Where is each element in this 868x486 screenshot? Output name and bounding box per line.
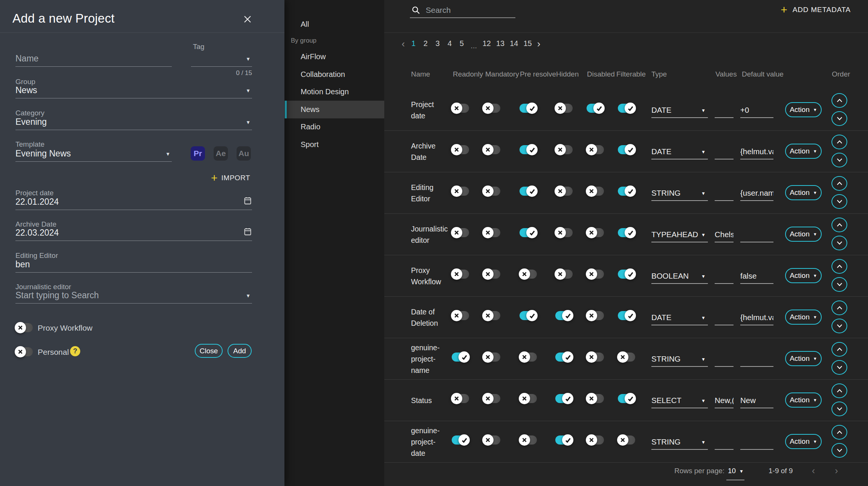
import-button[interactable]: + IMPORT <box>211 173 250 183</box>
sidebar-item-all[interactable]: All <box>284 15 384 33</box>
page-button-1[interactable]: 1 <box>410 39 417 48</box>
readonly-toggle[interactable] <box>452 187 469 196</box>
filterable-toggle[interactable] <box>618 145 635 154</box>
hidden-toggle[interactable] <box>555 353 573 362</box>
pre-resolve-toggle[interactable] <box>520 435 537 445</box>
page-button-15[interactable]: 15 <box>523 39 532 48</box>
values-input[interactable] <box>715 352 734 367</box>
filterable-toggle[interactable] <box>618 104 635 113</box>
sidebar-item-radio[interactable]: Radio <box>284 118 384 136</box>
move-up-button[interactable] <box>831 218 847 232</box>
search-input[interactable]: Search <box>410 3 515 18</box>
values-input[interactable]: Chels <box>715 227 734 242</box>
type-select[interactable]: DATE ▼ <box>651 144 708 159</box>
move-up-button[interactable] <box>831 135 847 149</box>
hidden-toggle[interactable] <box>555 187 573 196</box>
filterable-toggle[interactable] <box>618 353 635 362</box>
default-value-input[interactable]: false <box>740 269 773 284</box>
filterable-toggle[interactable] <box>618 270 635 279</box>
readonly-toggle[interactable] <box>452 270 469 279</box>
disabled-toggle[interactable] <box>587 394 604 403</box>
type-select[interactable]: DATE ▼ <box>651 310 708 325</box>
action-button[interactable]: Action ▼ <box>785 434 822 449</box>
mandatory-toggle[interactable] <box>483 104 500 113</box>
filterable-toggle[interactable] <box>618 394 635 403</box>
disabled-toggle[interactable] <box>587 228 604 237</box>
action-button[interactable]: Action ▼ <box>785 144 822 159</box>
type-select[interactable]: DATE ▼ <box>651 103 708 118</box>
pre-resolve-toggle[interactable] <box>520 228 537 237</box>
readonly-toggle[interactable] <box>452 353 469 362</box>
mandatory-toggle[interactable] <box>483 311 500 320</box>
pre-resolve-toggle[interactable] <box>520 145 537 154</box>
action-button[interactable]: Action ▼ <box>785 102 822 117</box>
default-value-input[interactable]: New <box>740 393 773 408</box>
personal-toggle[interactable] <box>15 347 33 356</box>
calendar-icon[interactable] <box>244 197 251 206</box>
move-up-button[interactable] <box>831 342 847 357</box>
move-down-button[interactable] <box>831 319 847 333</box>
disabled-toggle[interactable] <box>587 435 604 445</box>
hidden-toggle[interactable] <box>555 394 573 403</box>
move-down-button[interactable] <box>831 277 847 292</box>
disabled-toggle[interactable] <box>587 145 604 154</box>
sidebar-item-news[interactable]: News <box>284 101 384 118</box>
close-button[interactable]: Close <box>195 344 223 358</box>
pre-resolve-toggle[interactable] <box>520 311 537 320</box>
disabled-toggle[interactable] <box>587 104 604 113</box>
disabled-toggle[interactable] <box>587 353 604 362</box>
mandatory-toggle[interactable] <box>483 353 500 362</box>
project-date-input[interactable]: 22.01.2024 <box>15 195 252 210</box>
hidden-toggle[interactable] <box>555 104 573 113</box>
values-input[interactable] <box>715 435 734 450</box>
page-button-5[interactable]: 5 <box>458 39 465 48</box>
values-input[interactable] <box>715 186 734 201</box>
hidden-toggle[interactable] <box>555 145 573 154</box>
pre-resolve-toggle[interactable] <box>520 270 537 279</box>
hidden-toggle[interactable] <box>555 228 573 237</box>
move-up-button[interactable] <box>831 176 847 191</box>
sidebar-item-sport[interactable]: Sport <box>284 136 384 153</box>
readonly-toggle[interactable] <box>452 104 469 113</box>
move-up-button[interactable] <box>831 300 847 315</box>
pre-resolve-toggle[interactable] <box>520 394 537 403</box>
filterable-toggle[interactable] <box>618 435 635 445</box>
action-button[interactable]: Action ▼ <box>785 185 822 200</box>
premiere-icon[interactable]: Pr <box>191 146 205 161</box>
default-value-input[interactable]: {helmut.va <box>740 310 773 325</box>
footer-next-page-icon[interactable]: › <box>835 465 838 476</box>
readonly-toggle[interactable] <box>452 311 469 320</box>
mandatory-toggle[interactable] <box>483 187 500 196</box>
page-button-14[interactable]: 14 <box>510 39 518 48</box>
archive-date-input[interactable]: 22.03.2024 <box>15 226 252 241</box>
type-select[interactable]: STRING ▼ <box>651 352 708 367</box>
move-up-button[interactable] <box>831 93 847 108</box>
readonly-toggle[interactable] <box>452 145 469 154</box>
type-select[interactable]: BOOLEAN ▼ <box>651 269 708 284</box>
move-down-button[interactable] <box>831 194 847 209</box>
move-down-button[interactable] <box>831 153 847 167</box>
action-button[interactable]: Action ▼ <box>785 351 822 366</box>
group-select[interactable]: News ▼ <box>15 84 252 98</box>
pre-resolve-toggle[interactable] <box>520 353 537 362</box>
filterable-toggle[interactable] <box>618 187 635 196</box>
footer-prev-page-icon[interactable]: ‹ <box>812 465 815 476</box>
mandatory-toggle[interactable] <box>483 228 500 237</box>
page-button-4[interactable]: 4 <box>446 39 453 48</box>
tag-select[interactable]: ▼ <box>191 50 252 67</box>
action-button[interactable]: Action ▼ <box>785 392 822 408</box>
move-down-button[interactable] <box>831 443 847 458</box>
rows-per-page-select[interactable]: 10 ▼ <box>726 465 744 480</box>
mandatory-toggle[interactable] <box>483 394 500 403</box>
move-down-button[interactable] <box>831 236 847 250</box>
values-input[interactable] <box>715 269 734 284</box>
page-button-3[interactable]: 3 <box>434 39 441 48</box>
disabled-toggle[interactable] <box>587 311 604 320</box>
add-metadata-button[interactable]: + ADD METADATA <box>781 5 851 15</box>
type-select[interactable]: TYPEAHEAD ▼ <box>651 227 708 242</box>
prev-page-icon[interactable]: ‹ <box>402 40 405 48</box>
default-value-input[interactable] <box>740 352 773 367</box>
add-button[interactable]: Add <box>228 344 252 358</box>
type-select[interactable]: SELECT ▼ <box>651 393 708 408</box>
sidebar-item-collaboration[interactable]: Collaboration <box>284 66 384 83</box>
